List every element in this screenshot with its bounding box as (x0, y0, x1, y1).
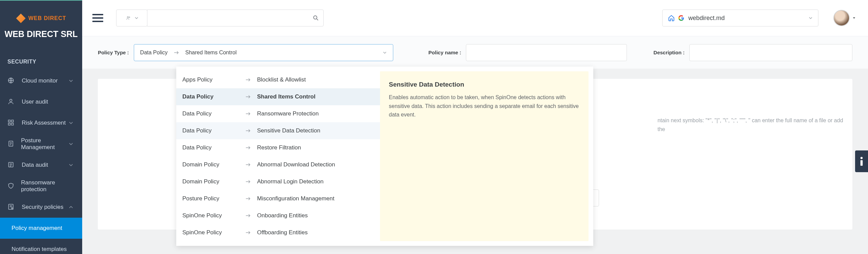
policy-icon (7, 203, 15, 211)
dropdown-item-sub: Blocklist & Allowlist (257, 76, 306, 83)
dropdown-desc-title: Sensitive Data Detection (389, 81, 580, 88)
arrow-right-icon (246, 78, 251, 82)
arrow-right-icon (246, 231, 251, 235)
chevron-down-icon (69, 121, 73, 125)
dropdown-item-sub: Offboarding Entities (257, 229, 308, 236)
dropdown-item-restore-filtration[interactable]: Data Policy Restore Filtration (176, 139, 380, 156)
sidebar-item-ransomware-protection[interactable]: Ransomware protection (0, 176, 82, 197)
sidebar-item-label: Risk Assessment (22, 120, 66, 126)
arrow-right-icon (246, 197, 251, 201)
svg-rect-3 (12, 120, 14, 122)
arrow-right-icon (246, 112, 251, 116)
user-icon (7, 98, 15, 106)
dropdown-item-cat: Domain Policy (182, 178, 239, 185)
company-name: WEB DIRECT SRL (0, 29, 82, 39)
sidebar-item-label: Cloud monitor (22, 77, 58, 84)
chevron-down-icon (69, 163, 73, 167)
svg-rect-5 (12, 123, 14, 125)
sidebar-item-cloud-monitor[interactable]: Cloud monitor (0, 70, 82, 91)
globe-icon (7, 77, 15, 85)
sidebar-item-label: Posture Management (21, 137, 69, 151)
menu-toggle-button[interactable] (92, 14, 103, 22)
dropdown-item-sub: Abnormal Download Detection (257, 161, 335, 168)
chevron-down-icon (69, 142, 73, 146)
logo-mark-icon (16, 14, 25, 23)
policy-type-select[interactable]: Data Policy Shared Items Control (134, 44, 393, 61)
dropdown-item-sub: Restore Filtration (257, 144, 301, 151)
svg-point-9 (12, 208, 13, 209)
sidebar: WEB DIRECT WEB DIRECT SRL SECURITY Cloud… (0, 0, 82, 254)
info-icon (860, 157, 863, 166)
svg-point-13 (861, 157, 863, 159)
dropdown-item-sub: Abnormal Login Detection (257, 178, 324, 185)
dropdown-list: Apps Policy Blocklist & AllowlistData Po… (176, 67, 380, 246)
sidebar-item-label: Data audit (22, 162, 48, 168)
dropdown-item-offboarding-entities[interactable]: SpinOne Policy Offboarding Entities (176, 224, 380, 241)
chevron-down-icon (383, 51, 387, 55)
svg-rect-4 (8, 123, 11, 125)
sidebar-item-data-audit[interactable]: Data audit (0, 155, 82, 176)
dropdown-item-sub: Misconfiguration Management (257, 195, 334, 202)
arrow-right-icon (246, 214, 251, 218)
dropdown-item-sensitive-data-detection[interactable]: Data Policy Sensitive Data Detection (176, 122, 380, 139)
logo: WEB DIRECT WEB DIRECT SRL (0, 1, 82, 47)
arrow-right-icon (174, 51, 179, 55)
dropdown-item-blocklist-&-allowlist[interactable]: Apps Policy Blocklist & Allowlist (176, 71, 380, 88)
svg-point-12 (314, 16, 317, 19)
dropdown-desc-body: Enables automatic action to be taken, wh… (389, 93, 580, 119)
search-icon (312, 15, 319, 21)
sidebar-subitem-policy-management[interactable]: Policy management (0, 218, 82, 239)
sidebar-item-posture-management[interactable]: Posture Management (0, 133, 82, 155)
sidebar-item-security-policies[interactable]: Security policies (0, 197, 82, 218)
dropdown-item-ransomware-protection[interactable]: Data Policy Ransomware Protection (176, 105, 380, 122)
dropdown-item-abnormal-download-detection[interactable]: Domain Policy Abnormal Download Detectio… (176, 156, 380, 173)
grid-icon (7, 119, 15, 127)
arrow-right-icon (246, 95, 251, 99)
search-scope-select[interactable] (116, 10, 147, 26)
dropdown-item-shared-items-control[interactable]: Data Policy Shared Items Control (176, 88, 380, 105)
chevron-down-icon (134, 16, 139, 20)
dropdown-item-onboarding-entities[interactable]: SpinOne Policy Onboarding Entities (176, 207, 380, 224)
dropdown-item-cat: Data Policy (182, 110, 239, 117)
topbar: webdirect.md (82, 0, 868, 36)
info-drawer-toggle[interactable] (855, 150, 868, 172)
description-input[interactable] (689, 44, 852, 61)
dropdown-item-sub: Onboarding Entities (257, 212, 308, 219)
sidebar-item-label: Notification templates (12, 246, 67, 253)
policy-type-label: Policy Type : (98, 50, 129, 55)
arrow-right-icon (246, 146, 251, 150)
chevron-up-icon (69, 205, 73, 210)
logo-text: WEB DIRECT (28, 15, 66, 21)
dropdown-item-sub: Ransomware Protection (257, 110, 319, 117)
policy-name-input[interactable] (466, 44, 627, 61)
dropdown-item-cat: Posture Policy (182, 195, 239, 202)
search-input[interactable] (151, 15, 312, 21)
sidebar-subitem-notification-templates[interactable]: Notification templates (0, 239, 82, 254)
domain-select[interactable]: webdirect.md (662, 10, 818, 26)
users-icon (125, 16, 132, 20)
svg-rect-14 (861, 160, 863, 166)
arrow-right-icon (246, 129, 251, 133)
dropdown-item-cat: Apps Policy (182, 76, 239, 83)
chevron-down-icon (809, 16, 813, 20)
avatar (833, 10, 850, 26)
shield-icon (7, 182, 14, 190)
dropdown-item-sub: Sensitive Data Detection (257, 127, 320, 134)
google-icon (678, 15, 684, 21)
dropdown-item-abnormal-login-detection[interactable]: Domain Policy Abnormal Login Detection (176, 173, 380, 190)
document-icon (7, 140, 14, 148)
filter-bar: Policy Type : Data Policy Shared Items C… (82, 36, 868, 69)
policy-type-sub: Shared Items Control (185, 50, 237, 56)
chevron-down-icon (69, 78, 73, 83)
svg-point-1 (10, 99, 12, 102)
search-box[interactable] (147, 10, 324, 26)
sidebar-item-user-audit[interactable]: User audit (0, 91, 82, 112)
list-icon (7, 161, 15, 169)
dropdown-item-misconfiguration-management[interactable]: Posture Policy Misconfiguration Manageme… (176, 190, 380, 207)
dropdown-item-cat: Data Policy (182, 144, 239, 151)
user-menu[interactable] (833, 10, 856, 26)
section-title: SECURITY (0, 47, 82, 70)
home-icon (668, 15, 675, 21)
domain-text: webdirect.md (688, 15, 725, 22)
sidebar-item-risk-assessment[interactable]: Risk Assessment (0, 112, 82, 133)
